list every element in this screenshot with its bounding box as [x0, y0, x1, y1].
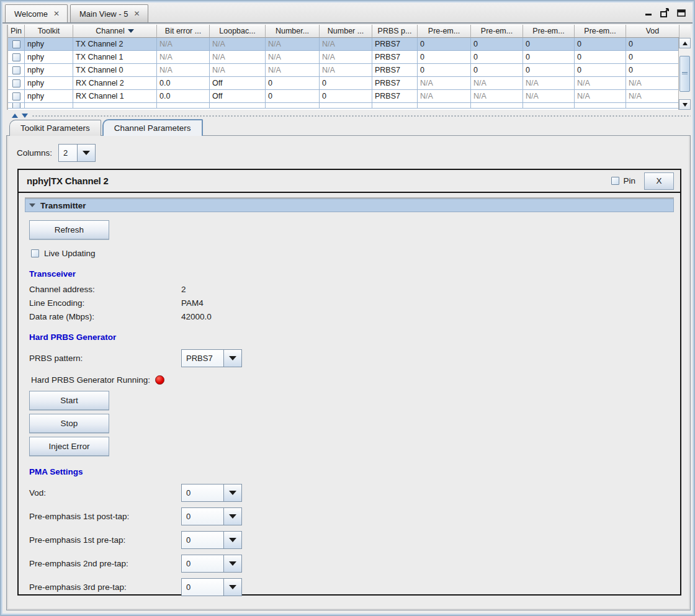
- table-row[interactable]: nphy TX Channel 1 N/A N/A N/A N/A PRBS7 …: [8, 51, 691, 64]
- cell-vod: 0: [626, 51, 679, 64]
- restore-icon[interactable]: [660, 8, 670, 17]
- pre-emphasis-2nd-pre-tap-combobox[interactable]: 0: [181, 555, 242, 573]
- pre-emphasis-3rd-pre-tap-combobox[interactable]: 0: [181, 578, 242, 596]
- stop-button[interactable]: Stop: [29, 414, 109, 433]
- columns-combobox-button[interactable]: [78, 145, 95, 161]
- vertical-scrollbar[interactable]: [678, 38, 691, 110]
- splitter-grip[interactable]: [32, 114, 691, 117]
- tab-toolkit-parameters-label: Toolkit Parameters: [20, 123, 90, 133]
- cell-pre1: 0: [418, 38, 471, 51]
- vod-label: Vod:: [29, 488, 181, 498]
- pin-checkbox[interactable]: [12, 53, 20, 61]
- table-row[interactable]: nphy TX Channel 2 N/A N/A N/A N/A PRBS7 …: [8, 38, 691, 51]
- cell-number1: 0: [266, 77, 320, 90]
- pin-checkbox[interactable]: [12, 92, 20, 100]
- pre-emphasis-1st-pre-tap-combobox[interactable]: 0: [181, 531, 242, 549]
- columns-combobox[interactable]: 2: [58, 144, 96, 162]
- cell-pre3: N/A: [523, 90, 575, 103]
- tab-welcome[interactable]: Welcome ✕: [5, 4, 68, 22]
- collapse-triangle-icon: [29, 203, 35, 207]
- column-header-pin[interactable]: Pin: [8, 25, 25, 38]
- minimize-icon[interactable]: [644, 8, 653, 17]
- pre-emphasis-1st-post-tap-combobox-button[interactable]: [224, 508, 241, 525]
- cell-pre1: 0: [418, 51, 471, 64]
- cell-loopback: Off: [210, 90, 266, 103]
- cell-number2: 0: [320, 90, 372, 103]
- scroll-down-button[interactable]: [679, 99, 691, 110]
- pin-checkbox[interactable]: [12, 79, 20, 87]
- splitter-collapse-up-icon[interactable]: [12, 114, 18, 118]
- parameter-tabbar: Toolkit Parameters Channel Parameters: [6, 119, 691, 136]
- transmitter-section-header[interactable]: Transmitter: [25, 199, 674, 212]
- data-rate-label: Data rate (Mbps):: [29, 312, 181, 321]
- maximize-icon[interactable]: [676, 8, 686, 17]
- column-header-pre-emphasis-3[interactable]: Pre-em...: [523, 25, 575, 38]
- horizontal-splitter[interactable]: [7, 112, 691, 118]
- table-row[interactable]: nphy RX Channel 1 0.0 Off 0 0 PRBS7 N/A …: [8, 90, 691, 103]
- cell-pre2: 0: [471, 51, 523, 64]
- channel-panel-title: nphy|TX Channel 2: [27, 176, 109, 186]
- column-header-prbs-pattern[interactable]: PRBS p...: [372, 25, 418, 38]
- column-header-vod[interactable]: Vod: [626, 25, 679, 38]
- prbs-pattern-combobox[interactable]: PRBS7: [181, 349, 242, 367]
- column-header-channel[interactable]: Channel: [73, 25, 157, 38]
- cell-prbs: PRBS7: [372, 51, 418, 64]
- column-header-pre-emphasis-2[interactable]: Pre-em...: [471, 25, 523, 38]
- chevron-down-icon: [229, 585, 236, 589]
- table-row[interactable]: nphy TX Channel 0 N/A N/A N/A N/A PRBS7 …: [8, 64, 691, 77]
- scrollbar-thumb[interactable]: [679, 56, 690, 92]
- pre-emphasis-1st-post-tap-combobox[interactable]: 0: [181, 507, 242, 525]
- table-row[interactable]: nphy RX Channel 2 0.0 Off 0 0 PRBS7 N/A …: [8, 77, 691, 90]
- window-controls: [644, 8, 693, 22]
- pre-emphasis-2nd-pre-tap-combobox-button[interactable]: [224, 555, 241, 572]
- column-header-toolkit[interactable]: Toolkit: [25, 25, 73, 38]
- editor-tabbar: Welcome ✕ Main View - 5 ✕: [2, 2, 693, 24]
- line-encoding-label: Line Encoding:: [29, 298, 181, 308]
- cell-bit-error: N/A: [157, 64, 210, 77]
- pin-checkbox[interactable]: [12, 40, 20, 48]
- cell-pre2: 0: [471, 38, 523, 51]
- pre-emphasis-1st-pre-tap-value: 0: [182, 532, 224, 548]
- pin-checkbox[interactable]: [12, 66, 20, 74]
- chevron-down-icon: [229, 491, 236, 495]
- close-icon[interactable]: ✕: [53, 10, 60, 17]
- scroll-up-button[interactable]: [679, 38, 691, 48]
- splitter-collapse-down-icon[interactable]: [22, 114, 28, 118]
- panel-pin-checkbox[interactable]: [611, 177, 619, 185]
- channel-parameters-panel: Columns: 2 nphy|TX Channel 2 Pin X: [6, 135, 691, 610]
- column-header-bit-error[interactable]: Bit error ...: [157, 25, 210, 38]
- cell-number2: N/A: [320, 51, 372, 64]
- pre-emphasis-1st-pre-tap-combobox-button[interactable]: [224, 532, 241, 548]
- prbs-pattern-combobox-button[interactable]: [224, 350, 241, 367]
- cell-number1: N/A: [266, 64, 320, 77]
- cell-prbs: PRBS7: [372, 77, 418, 90]
- tab-toolkit-parameters[interactable]: Toolkit Parameters: [9, 120, 101, 136]
- tab-channel-parameters-label: Channel Parameters: [114, 123, 191, 133]
- cell-vod: 0: [626, 38, 679, 51]
- column-header-pre-emphasis-4[interactable]: Pre-em...: [575, 25, 626, 38]
- start-button[interactable]: Start: [29, 391, 109, 410]
- column-header-number1[interactable]: Number...: [266, 25, 320, 38]
- transmitter-section-label: Transmitter: [40, 201, 86, 210]
- column-header-pre-emphasis-1[interactable]: Pre-em...: [418, 25, 471, 38]
- hard-prbs-heading: Hard PRBS Generator: [29, 333, 674, 342]
- panel-close-button[interactable]: X: [644, 172, 674, 190]
- close-icon[interactable]: ✕: [134, 10, 140, 17]
- column-header-loopback[interactable]: Loopbac...: [210, 25, 266, 38]
- cell-channel: RX Channel 1: [73, 90, 157, 103]
- vod-combobox[interactable]: 0: [181, 484, 242, 502]
- tab-channel-parameters[interactable]: Channel Parameters: [102, 119, 203, 136]
- cell-loopback: N/A: [210, 64, 266, 77]
- cell-prbs: PRBS7: [372, 90, 418, 103]
- column-header-number2[interactable]: Number ...: [320, 25, 372, 38]
- cell-number1: N/A: [266, 51, 320, 64]
- inject-error-button[interactable]: Inject Error: [29, 437, 109, 456]
- cell-toolkit: nphy: [25, 51, 73, 64]
- live-updating-checkbox[interactable]: [31, 249, 39, 257]
- pre-emphasis-3rd-pre-tap-value: 0: [182, 579, 224, 596]
- vod-combobox-button[interactable]: [224, 484, 241, 501]
- tab-main-view[interactable]: Main View - 5 ✕: [70, 4, 148, 22]
- cell-number2: 0: [320, 77, 372, 90]
- refresh-button[interactable]: Refresh: [29, 220, 109, 239]
- pre-emphasis-3rd-pre-tap-combobox-button[interactable]: [224, 579, 241, 596]
